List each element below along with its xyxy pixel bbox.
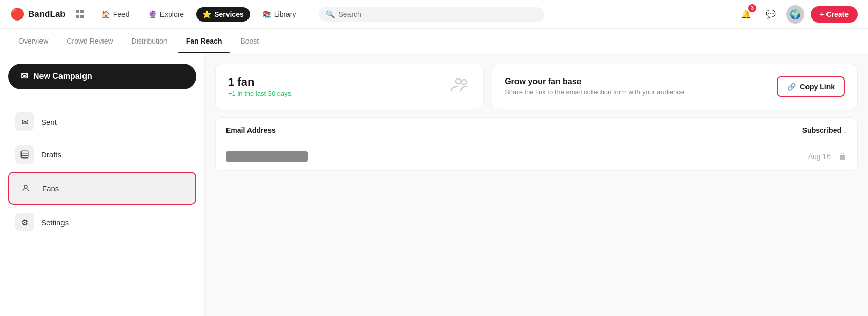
table-header: Email Address Subscribed ↓: [216, 118, 857, 143]
col-email-header: Email Address: [226, 126, 276, 134]
subnav-distribution[interactable]: Distribution: [123, 29, 176, 53]
sidebar-item-drafts[interactable]: Drafts: [8, 139, 196, 170]
copy-link-button[interactable]: 🔗 Copy Link: [777, 76, 845, 97]
row-right: Aug 16 🗑: [808, 152, 847, 161]
col-subscribed-header[interactable]: Subscribed ↓: [802, 126, 847, 134]
delete-row-icon[interactable]: 🗑: [839, 152, 847, 161]
grow-fan-base-card: Grow your fan base Share the link to the…: [492, 64, 858, 109]
sidebar-item-settings[interactable]: ⚙ Settings: [8, 207, 196, 238]
fan-sub: +1 in the last 30 days: [228, 90, 291, 97]
fan-stat-card: 1 fan +1 in the last 30 days: [215, 64, 484, 109]
subnav-crowd-review[interactable]: Crowd Review: [58, 29, 121, 53]
search-input[interactable]: [339, 10, 537, 18]
svg-rect-0: [21, 151, 28, 158]
grid-menu-icon[interactable]: [76, 10, 85, 19]
library-icon: 📚: [262, 10, 271, 18]
row-date: Aug 16: [808, 152, 831, 161]
svg-point-4: [456, 78, 461, 84]
notification-badge: 3: [748, 4, 756, 12]
nav-explore[interactable]: 🔮 Explore: [142, 7, 190, 22]
stats-row: 1 fan +1 in the last 30 days Grow your f…: [215, 64, 858, 109]
grow-title: Grow your fan base: [505, 77, 684, 86]
email-redacted: [226, 151, 308, 162]
fans-icon: [16, 179, 35, 198]
fans-table: Email Address Subscribed ↓ Aug 16 🗑: [215, 117, 858, 171]
settings-icon: ⚙: [15, 213, 34, 231]
email-send-icon: ✉: [20, 71, 28, 82]
nav-library[interactable]: 📚 Library: [256, 7, 302, 22]
subnav-overview[interactable]: Overview: [10, 29, 56, 53]
logo-text: BandLab: [28, 9, 66, 19]
secondary-navigation: Overview Crowd Review Distribution Fan R…: [0, 29, 868, 53]
fan-count: 1 fan: [228, 75, 291, 89]
new-campaign-button[interactable]: ✉ New Campaign: [8, 64, 196, 89]
search-icon: 🔍: [326, 10, 335, 18]
table-row: Aug 16 🗑: [216, 143, 857, 170]
link-icon: 🔗: [787, 83, 796, 91]
subnav-fan-reach[interactable]: Fan Reach: [178, 29, 231, 53]
nav-feed[interactable]: 🏠 Feed: [95, 7, 136, 22]
sidebar-item-sent[interactable]: ✉ Sent: [8, 106, 196, 137]
subnav-boost[interactable]: Boost: [232, 29, 267, 53]
fans-stat-icon: [450, 74, 471, 98]
user-avatar[interactable]: 🌍: [786, 5, 804, 24]
top-navigation: 🔴 BandLab 🏠 Feed 🔮 Explore ⭐ Services 📚 …: [0, 0, 868, 29]
stat-left: 1 fan +1 in the last 30 days: [228, 75, 291, 97]
sidebar-item-fans[interactable]: Fans: [8, 172, 196, 205]
content-area: 1 fan +1 in the last 30 days Grow your f…: [205, 53, 868, 316]
explore-icon: 🔮: [148, 10, 157, 18]
sent-icon: ✉: [15, 112, 34, 131]
star-icon: ⭐: [202, 10, 211, 18]
svg-point-3: [24, 185, 27, 188]
bandlab-logo-icon: 🔴: [10, 8, 24, 21]
sidebar-divider: [8, 100, 196, 100]
nav-right-actions: 🔔 3 💬 🌍 + Create: [737, 5, 858, 24]
notification-button[interactable]: 🔔 3: [737, 5, 755, 24]
create-button[interactable]: + Create: [811, 6, 858, 23]
sort-icon: ↓: [843, 126, 847, 134]
nav-services[interactable]: ⭐ Services: [196, 7, 250, 22]
search-bar: 🔍: [319, 7, 544, 22]
home-icon: 🏠: [101, 10, 110, 18]
sidebar: ✉ New Campaign ✉ Sent Drafts Fans ⚙ Sett…: [0, 53, 205, 316]
logo[interactable]: 🔴 BandLab: [10, 8, 66, 21]
main-content: ✉ New Campaign ✉ Sent Drafts Fans ⚙ Sett…: [0, 53, 868, 316]
chat-button[interactable]: 💬: [761, 5, 780, 24]
drafts-icon: [15, 145, 34, 164]
chat-icon: 💬: [766, 9, 776, 19]
grow-left: Grow your fan base Share the link to the…: [505, 77, 684, 96]
grow-sub: Share the link to the email collection f…: [505, 88, 684, 96]
svg-point-5: [462, 80, 467, 85]
